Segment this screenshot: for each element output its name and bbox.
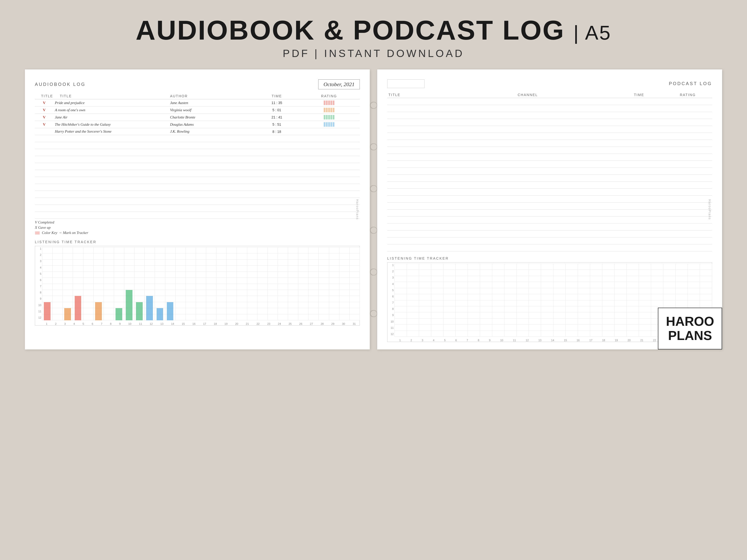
bar-group [516,264,529,337]
pod-empty-row [387,189,712,196]
y-label: 10 [35,304,42,306]
bar-group [639,264,651,337]
x-label: 18 [602,339,605,342]
haroo-plans-box: HAROO PLANS [658,308,722,349]
podcast-header: PODCAST LOG [387,79,712,88]
bar-group [431,264,443,337]
title-cell: Harry Potter and the Sorcerer's Stone [54,128,170,135]
check-cell: V [35,114,54,121]
completed-text: V Completed [35,220,54,224]
bar-group [134,247,145,320]
x-label: 21 [640,339,643,342]
bar-group [468,264,480,337]
audiobook-log-section: TITLE TITLE AUTHOR TIME RATING VPride an… [35,93,360,235]
tracker-label-right: LISTENING TIME TRACKER [387,256,712,260]
y-label: 9 [387,314,394,317]
x-label: 20 [627,339,630,342]
empty-row [35,198,360,205]
empty-row [35,212,360,219]
author-cell: Jane Austen [170,99,255,107]
podcast-table: TITLE CHANNEL TIME RATING [387,92,712,251]
x-label: 13 [538,339,541,342]
podcast-log-section: TITLE CHANNEL TIME RATING [387,92,712,251]
bar-group [492,264,504,337]
hole-p6 [370,310,377,317]
pod-empty-row [387,231,712,237]
title-cell: The Hitchhiker's Guide to the Galaxy [54,121,170,128]
x-label: 17 [589,339,592,342]
bar [136,302,143,320]
pod-empty-row [387,105,712,112]
y-label: 12 [387,333,394,336]
empty-row [35,149,360,156]
rating-cell [298,107,360,114]
empty-row [35,163,360,170]
pod-empty-row [387,161,712,168]
bar-group [541,264,553,337]
y-label: 3 [35,260,42,263]
audiobook-tracker: LISTENING TIME TRACKER 121110987654321 1… [35,240,360,325]
haroo-line1: HAROO [666,314,714,328]
x-label: 19 [225,322,228,325]
pod-empty-row [387,119,712,126]
x-label: 11 [139,322,142,325]
x-label: 6 [456,339,457,342]
bar-group [602,264,614,337]
haroo-line2: PLANS [666,328,714,343]
author-cell: Douglas Adams [170,121,255,128]
y-label: 6 [35,279,42,282]
binder-holes-left [370,70,377,349]
page-header: AUDIOBOOK & PODCAST LOG | A5 PDF | INSTA… [136,15,612,59]
tracker-label-left: LISTENING TIME TRACKER [35,240,360,244]
x-label: 25 [289,322,291,325]
y-label: 4 [35,266,42,269]
bar [146,296,153,320]
pod-empty-row [387,210,712,216]
time-cell: 8 : 18 [255,128,298,135]
title-text: AUDIOBOOK & PODCAST LOG [136,15,565,45]
y-label: 7 [35,285,42,288]
bar-group [124,247,134,320]
bar-group [267,247,278,320]
date-box: October, 2021 [318,79,360,89]
bar-group [480,264,492,337]
y-label: 5 [387,289,394,292]
hole-p4 [370,227,377,234]
bar-group [504,264,516,337]
x-label: 4 [74,322,75,325]
title-cell: A room of one's own [54,107,170,114]
bar-group [329,247,339,320]
legend-gave-up: X Gave up [35,225,360,230]
bar-group [257,247,267,320]
time-cell: 11 : 35 [255,99,298,107]
bar [167,302,174,320]
col-author: AUTHOR [170,93,255,99]
size-text: | A5 [573,22,611,44]
x-label: 14 [171,322,174,325]
bar [157,308,163,320]
x-label: 6 [92,322,93,325]
x-label: 13 [160,322,163,325]
bar [64,308,71,320]
bar [115,308,122,320]
x-label: 10 [128,322,131,325]
empty-row [35,170,360,177]
y-label: 1 [35,247,42,250]
bar-group [93,247,104,320]
bar-group [196,247,206,320]
pod-empty-row [387,237,712,244]
table-row: VJane AirCharlotte Bronte21 : 41 [35,114,360,121]
pod-empty-row [387,182,712,189]
bar-group [114,247,124,320]
author-cell: J.K. Rowling [170,128,255,135]
bar-group [288,247,298,320]
bar [95,302,102,320]
x-label: 22 [256,322,259,325]
gave-up-text: X Gave up [35,225,51,230]
pod-empty-row [387,216,712,223]
x-axis: 1234567891011121314151617181920212223242… [42,322,360,325]
bar-group [339,247,349,320]
rating-cell [298,99,360,107]
title-cell: Pride and prejudice [54,99,170,107]
podcast-page: PODCAST LOG TITLE CHANNEL TIME RATING [377,70,722,349]
